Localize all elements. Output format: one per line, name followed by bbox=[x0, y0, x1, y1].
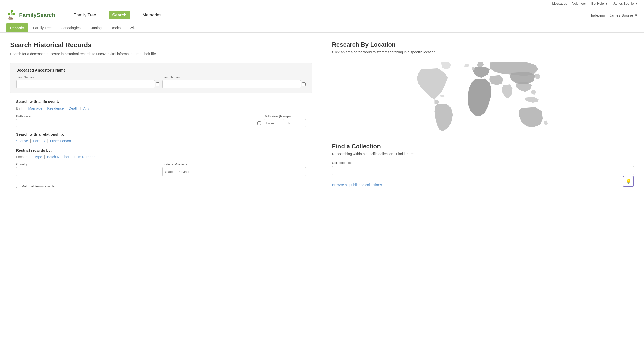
first-name-row bbox=[16, 80, 159, 88]
browse-collections-link[interactable]: Browse all published collections bbox=[332, 183, 382, 187]
logo-icon bbox=[6, 10, 17, 21]
subnav-books[interactable]: Books bbox=[107, 23, 125, 32]
restrict-batch[interactable]: Batch Number bbox=[47, 155, 69, 159]
rel-link-parents[interactable]: Parents bbox=[33, 139, 45, 143]
subnav-catalog[interactable]: Catalog bbox=[86, 23, 106, 32]
indexing-link[interactable]: Indexing bbox=[591, 13, 605, 17]
state-field: State or Province bbox=[162, 162, 306, 176]
logo[interactable]: FamilySearch bbox=[6, 10, 55, 21]
match-all-row: Match all terms exactly bbox=[10, 181, 312, 188]
sub-nav: Records Family Tree Genealogies Catalog … bbox=[0, 23, 644, 33]
event-fields: Birthplace Birth Year (Range) bbox=[16, 114, 306, 127]
collection-subtitle: Researching within a specific collection… bbox=[332, 152, 634, 156]
birthplace-input[interactable] bbox=[16, 119, 256, 127]
collection-row: Browse all published collections 💡 bbox=[332, 178, 634, 187]
restrict-type[interactable]: Type bbox=[34, 155, 42, 159]
collection-title: Find a Collection bbox=[332, 143, 634, 150]
first-name-field: First Names bbox=[16, 75, 159, 88]
subnav-family-tree[interactable]: Family Tree bbox=[29, 23, 56, 32]
year-from-input[interactable] bbox=[264, 119, 284, 127]
subnav-wiki[interactable]: Wiki bbox=[126, 23, 140, 32]
match-all-checkbox[interactable] bbox=[16, 185, 19, 188]
subnav-records[interactable]: Records bbox=[6, 23, 28, 32]
state-label: State or Province bbox=[162, 162, 306, 166]
collection-input[interactable] bbox=[332, 166, 634, 175]
find-collection-section: Find a Collection Researching within a s… bbox=[332, 143, 634, 187]
main-nav: FamilySearch Family Tree Search Memories… bbox=[0, 7, 644, 23]
name-fields: First Names Last Names bbox=[16, 75, 306, 88]
birthplace-field: Birthplace bbox=[16, 114, 261, 127]
birthplace-label: Birthplace bbox=[16, 114, 261, 118]
last-name-checkbox[interactable] bbox=[302, 82, 306, 86]
last-name-field: Last Names bbox=[162, 75, 305, 88]
life-event-title: Search with a life event: bbox=[16, 99, 306, 104]
map-title: Research By Location bbox=[332, 41, 634, 48]
restrict-film[interactable]: Film Number bbox=[74, 155, 95, 159]
page-title: Search Historical Records bbox=[10, 41, 312, 49]
volunteer-link[interactable]: Volunteer bbox=[572, 2, 586, 5]
world-map[interactable] bbox=[332, 59, 634, 135]
restrict-location: Location bbox=[16, 155, 29, 159]
relationship-title: Search with a relationship: bbox=[16, 132, 306, 136]
restrict-section: Restrict records by: Location | Type | B… bbox=[10, 148, 312, 181]
year-range-inputs bbox=[264, 119, 306, 127]
nav-search[interactable]: Search bbox=[109, 11, 130, 19]
match-all-label: Match all terms exactly bbox=[21, 184, 55, 188]
search-form: Deceased Ancestor's Name First Names Las… bbox=[10, 63, 312, 93]
life-link-death[interactable]: Death bbox=[69, 106, 78, 110]
last-name-label: Last Names bbox=[162, 75, 305, 79]
year-range-label: Birth Year (Range) bbox=[264, 114, 306, 118]
nav-right: Indexing James Boonie ▼ bbox=[591, 13, 638, 17]
nav-memories[interactable]: Memories bbox=[139, 11, 165, 19]
location-fields: Country State or Province bbox=[16, 162, 306, 176]
user-menu[interactable]: James Boonie ▼ bbox=[613, 2, 638, 5]
life-event-links: Birth | Marriage | Residence | Death | A… bbox=[16, 106, 306, 110]
country-input[interactable] bbox=[16, 167, 159, 176]
page-subtitle: Search for a deceased ancestor in histor… bbox=[10, 51, 312, 57]
right-panel: Research By Location Click an area of th… bbox=[322, 33, 644, 196]
restrict-links: Location | Type | Batch Number | Film Nu… bbox=[16, 155, 306, 159]
year-range-field: Birth Year (Range) bbox=[264, 114, 306, 127]
birthplace-checkbox[interactable] bbox=[257, 121, 261, 125]
life-link-residence[interactable]: Residence bbox=[47, 106, 64, 110]
relationship-section: Search with a relationship: Spouse | Par… bbox=[10, 132, 312, 148]
map-subtitle: Click an area of the world to start rese… bbox=[332, 50, 634, 54]
messages-link[interactable]: Messages bbox=[552, 2, 567, 5]
restrict-title: Restrict records by: bbox=[16, 148, 306, 152]
lightbulb-button[interactable]: 💡 bbox=[623, 176, 634, 187]
lightbulb-icon: 💡 bbox=[625, 178, 632, 184]
life-link-any[interactable]: Any bbox=[83, 106, 89, 110]
subnav-genealogies[interactable]: Genealogies bbox=[57, 23, 85, 32]
life-link-marriage[interactable]: Marriage bbox=[28, 106, 42, 110]
top-bar: Messages Volunteer Get Help ▼ James Boon… bbox=[0, 0, 644, 7]
logo-text: FamilySearch bbox=[19, 12, 55, 18]
nav-links: Family Tree Search Memories bbox=[70, 11, 591, 19]
last-name-row bbox=[162, 80, 305, 88]
page-content: Search Historical Records Search for a d… bbox=[0, 33, 644, 196]
life-link-birth: Birth bbox=[16, 106, 23, 110]
last-name-input[interactable] bbox=[162, 80, 301, 88]
first-name-checkbox[interactable] bbox=[156, 82, 159, 86]
country-field: Country bbox=[16, 162, 159, 176]
first-name-label: First Names bbox=[16, 75, 159, 79]
world-map-container[interactable] bbox=[332, 59, 634, 135]
user-menu-nav[interactable]: James Boonie ▼ bbox=[609, 13, 638, 17]
collection-title-label: Collection Title bbox=[332, 161, 634, 165]
relationship-links: Spouse | Parents | Other Person bbox=[16, 139, 306, 143]
get-help-link[interactable]: Get Help ▼ bbox=[591, 2, 608, 5]
svg-rect-0 bbox=[11, 10, 13, 12]
state-input[interactable] bbox=[162, 167, 306, 176]
svg-rect-3 bbox=[11, 13, 13, 15]
life-event-section: Search with a life event: Birth | Marria… bbox=[10, 99, 312, 132]
first-name-input[interactable] bbox=[16, 80, 155, 88]
country-label: Country bbox=[16, 162, 159, 166]
ancestor-name-title: Deceased Ancestor's Name bbox=[16, 68, 306, 72]
left-panel: Search Historical Records Search for a d… bbox=[0, 33, 322, 196]
nav-family-tree[interactable]: Family Tree bbox=[70, 11, 100, 19]
rel-link-spouse[interactable]: Spouse bbox=[16, 139, 28, 143]
svg-rect-2 bbox=[13, 13, 15, 15]
svg-rect-1 bbox=[8, 13, 10, 15]
birthplace-row bbox=[16, 119, 261, 127]
rel-link-other-person[interactable]: Other Person bbox=[50, 139, 71, 143]
year-to-input[interactable] bbox=[286, 119, 306, 127]
